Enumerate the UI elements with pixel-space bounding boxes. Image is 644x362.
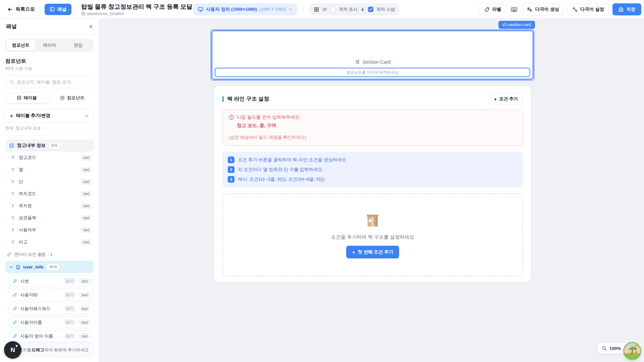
grid-show-checkbox[interactable]	[330, 7, 336, 12]
join-field-row[interactable]: 사용자이름 읽기 text	[9, 316, 94, 328]
entity-name: user_info	[23, 264, 44, 269]
back-arrow-icon	[7, 7, 13, 12]
tab-layers[interactable]: 레이어	[35, 40, 64, 51]
back-to-list-button[interactable]: 목록으로	[7, 6, 35, 12]
field-row[interactable]: T 창고코드 text	[5, 152, 94, 164]
dropzone-hint: 컴포넌트를 이곳에 배치하세요	[346, 70, 399, 75]
step-text: 조건 추가 버튼을 클릭하여 렉 라인 조건을 생성하세요	[238, 157, 346, 163]
source-filter-row: 테이블 컴포넌트	[5, 92, 94, 104]
step-text: 각 조건마다 열 범위와 단 수를 입력하세요	[238, 167, 322, 173]
component-dropzone[interactable]: 컴포넌트를 이곳에 배치하세요	[215, 68, 530, 77]
label-button[interactable]: 라벨	[479, 3, 506, 15]
readonly-badge: 읽기	[63, 305, 76, 312]
database-icon	[17, 96, 21, 100]
save-button[interactable]: 저장	[612, 3, 641, 15]
selected-section-card[interactable]: v2-section-card Section Card 컴포넌트를 이곳에 배…	[211, 29, 534, 80]
field-type-badge: text	[79, 306, 91, 311]
tab-edit[interactable]: 편집	[64, 40, 93, 51]
field-row[interactable]: T 비고 text	[5, 236, 94, 248]
collaborator-initial: N	[10, 346, 15, 354]
viewport-size-dropdown[interactable]: 사용자 정의 (1000×1080) (1000 × 1080)	[193, 3, 297, 15]
keyboard-shortcuts-button[interactable]	[509, 7, 519, 12]
field-name: 창고코드	[19, 155, 77, 161]
add-first-condition-button[interactable]: + 첫 번째 조건 추가	[346, 246, 399, 258]
field-row[interactable]: T 열 text	[5, 164, 94, 176]
entity-group-user-info[interactable]: user_info 29개	[5, 261, 94, 273]
join-field-row[interactable]: 사용자ID 읽기 text	[9, 289, 94, 301]
field-type-badge: text	[80, 191, 92, 197]
design-canvas[interactable]: v2-section-card Section Card 컴포넌트를 이곳에 배…	[99, 19, 644, 362]
add-condition-button[interactable]: + 조건 추가	[489, 93, 523, 105]
rack-card-header: 렉 라인 구조 설정 + 조건 추가	[222, 93, 523, 105]
warning-message: 다음 필드를 먼저 입력해주세요:	[229, 114, 517, 120]
grid-snap-checkbox[interactable]	[368, 7, 373, 12]
link-icon	[7, 252, 11, 257]
join-columns-header: 엔티티 조인 컬럼 1	[5, 251, 94, 257]
field-name: 위치코드	[19, 191, 77, 197]
zoom-level-value: 100%	[609, 346, 621, 351]
panel-toggle-button[interactable]: 패널	[45, 4, 71, 15]
field-type-badge: text	[79, 333, 91, 339]
field-type-badge: text	[80, 203, 92, 209]
field-type-badge: text	[80, 155, 92, 161]
title-block: 탑씰 물류 창고정보관리 렉 구조 등록 모달 warehouse_locati…	[81, 3, 192, 16]
chevron-down-icon	[85, 114, 89, 118]
tag-icon	[484, 7, 489, 12]
field-name: 단	[19, 179, 77, 185]
section-card-title: Section Card	[363, 59, 391, 65]
search-input[interactable]	[17, 79, 90, 84]
page-subtitle: warehouse_location	[81, 11, 192, 16]
text-type-icon: T	[10, 215, 15, 221]
rack-card-title: 렉 라인 구조 설정	[227, 96, 269, 103]
required-fields-warning: 다음 필드를 먼저 입력해주세요: 창고 코드, 층, 구역 (설정 패널에서 …	[222, 109, 523, 146]
database-icon	[81, 12, 85, 16]
grid-show-label: 격자 표시	[339, 6, 358, 12]
step-row: 2 각 조건마다 열 범위와 단 수를 입력하세요	[228, 166, 518, 173]
package-icon	[364, 211, 382, 229]
table-group-name: 창고내부 정보	[17, 142, 46, 148]
field-row[interactable]: T 위치코드 text	[5, 188, 94, 200]
link-icon	[13, 293, 17, 297]
field-name: 사용여부	[19, 227, 77, 233]
tab-components[interactable]: 컴포넌트	[6, 40, 35, 51]
text-type-icon: T	[10, 239, 15, 245]
text-type-icon: T	[10, 179, 15, 184]
field-type-badge: text	[79, 319, 91, 325]
header-right-group: 라벨 다국어 생성 다국어 설정	[479, 0, 641, 19]
translate-icon	[527, 7, 532, 12]
field-row[interactable]: T 보관품목 text	[5, 212, 94, 224]
link-icon	[13, 279, 17, 283]
filter-components-button[interactable]: 컴포넌트	[51, 92, 94, 104]
field-row[interactable]: T 사용여부 text	[5, 224, 94, 236]
magnifier-icon	[602, 346, 607, 351]
drag-hint-text: 하여 화면에 추가하세요	[45, 347, 89, 353]
conditions-empty-state: 조건을 추가하여 렉 구조를 설정하세요 + 첫 번째 조건 추가	[222, 193, 523, 276]
section-card[interactable]: Section Card 컴포넌트를 이곳에 배치하세요	[212, 31, 533, 79]
text-type-icon: T	[10, 227, 15, 233]
add-change-table-button[interactable]: + 테이블 추가/변경	[5, 109, 94, 122]
warning-note: (설정 패널에서 필드 매핑을 확인하세요)	[229, 134, 517, 140]
rack-structure-card: 렉 라인 구조 설정 + 조건 추가 다음 필드를 먼저 입력해주세요: 창고 …	[214, 85, 531, 283]
grid-snap-label: 격자 스냅	[376, 6, 395, 12]
cube-icon	[60, 96, 65, 100]
i18n-generate-button[interactable]: 다국어 생성	[522, 3, 564, 15]
close-icon[interactable]: ✕	[89, 24, 93, 30]
join-field-row[interactable]: 사용자 영어 이름 읽기 text	[9, 330, 94, 342]
filter-tables-button[interactable]: 테이블	[5, 92, 48, 104]
text-type-icon: T	[10, 203, 15, 208]
join-field-list: 사번 읽기 text 사용자ID 읽기 text 사용자패스워드 읽기 text	[5, 275, 94, 349]
lightning-icon	[361, 7, 365, 12]
divider	[0, 135, 99, 135]
join-field-row[interactable]: 사번 읽기 text	[9, 275, 94, 287]
field-name: 비고	[19, 239, 77, 245]
field-row[interactable]: T 단 text	[5, 176, 94, 188]
island-emoji-badge[interactable]	[623, 342, 641, 360]
join-field-row[interactable]: 사용자패스워드 읽기 text	[9, 303, 94, 314]
divider	[76, 5, 76, 13]
readonly-badge: 읽기	[63, 292, 76, 298]
filter-tables-label: 테이블	[24, 95, 37, 101]
grid-icon	[314, 7, 319, 12]
table-group-header[interactable]: 창고내부 정보 8개	[5, 139, 94, 152]
i18n-settings-button[interactable]: 다국어 설정	[568, 3, 609, 15]
field-row[interactable]: T 위치명 text	[5, 200, 94, 212]
